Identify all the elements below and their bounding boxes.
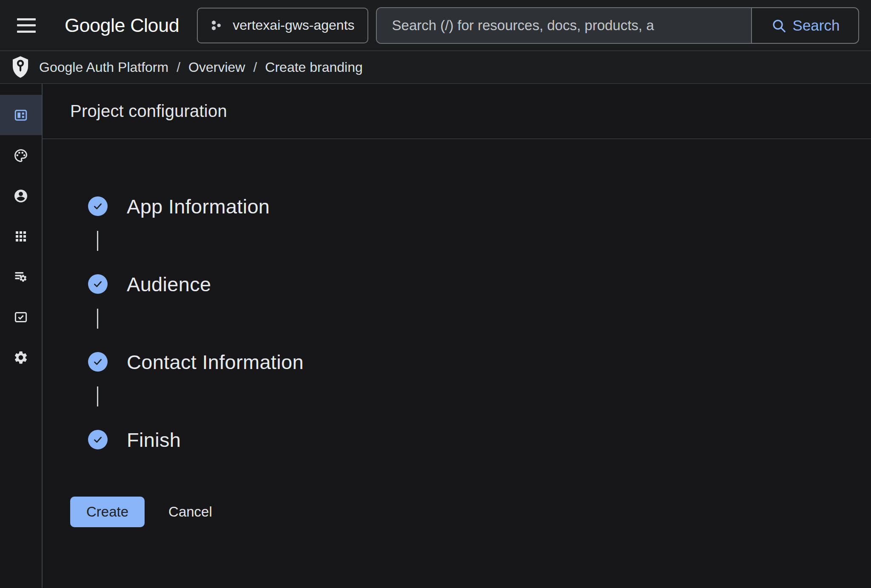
sidebar-item-audience[interactable] bbox=[0, 176, 42, 216]
breadcrumb-item-google-auth-platform[interactable]: Google Auth Platform bbox=[39, 60, 168, 75]
search-input[interactable] bbox=[377, 8, 751, 43]
palette-icon bbox=[13, 148, 28, 163]
step-audience[interactable]: Audience bbox=[88, 272, 871, 296]
main-content: Project configuration App Information Au… bbox=[43, 84, 871, 588]
search-bar: Search bbox=[376, 7, 859, 44]
step-connector bbox=[97, 309, 98, 329]
google-cloud-logo: Google Cloud bbox=[65, 14, 179, 37]
hamburger-menu-button[interactable] bbox=[17, 17, 37, 34]
step-label: Audience bbox=[127, 273, 211, 296]
logo-text-google: Google bbox=[65, 14, 125, 36]
search-button-label: Search bbox=[793, 17, 840, 34]
step-complete-check-icon bbox=[88, 430, 108, 449]
sidebar-item-verification-center[interactable] bbox=[0, 297, 42, 337]
page-body: Project configuration App Information Au… bbox=[0, 84, 871, 588]
sidebar-item-settings[interactable] bbox=[0, 337, 42, 378]
cancel-button[interactable]: Cancel bbox=[168, 504, 212, 520]
apps-grid-icon bbox=[13, 229, 28, 244]
create-button[interactable]: Create bbox=[70, 497, 145, 527]
project-selector-label: vertexai-gws-agents bbox=[233, 17, 354, 33]
top-bar: Google Cloud vertexai-gws-agents Search bbox=[0, 0, 871, 51]
search-icon bbox=[771, 17, 787, 34]
stepper: App Information Audience Contact Informa… bbox=[88, 139, 871, 452]
step-complete-check-icon bbox=[88, 196, 108, 216]
breadcrumb-item-overview[interactable]: Overview bbox=[188, 60, 245, 75]
gear-icon bbox=[13, 350, 28, 365]
sidebar-item-overview[interactable] bbox=[0, 95, 42, 135]
page-title: Project configuration bbox=[70, 102, 227, 121]
title-row: Project configuration bbox=[43, 84, 871, 139]
form-actions: Create Cancel bbox=[70, 497, 871, 527]
project-selector[interactable]: vertexai-gws-agents bbox=[197, 8, 368, 43]
list-settings-icon bbox=[13, 269, 28, 284]
step-complete-check-icon bbox=[88, 274, 108, 294]
step-label: Contact Information bbox=[127, 350, 304, 374]
breadcrumb-separator: / bbox=[176, 60, 180, 75]
breadcrumb-bar: Google Auth Platform / Overview / Create… bbox=[0, 51, 871, 84]
breadcrumb-item-create-branding: Create branding bbox=[265, 60, 362, 75]
breadcrumb: Google Auth Platform / Overview / Create… bbox=[39, 60, 363, 75]
sidebar-item-data-access[interactable] bbox=[0, 256, 42, 297]
step-label: App Information bbox=[127, 195, 270, 218]
step-app-information[interactable]: App Information bbox=[88, 194, 871, 218]
step-finish[interactable]: Finish bbox=[88, 428, 871, 452]
step-connector bbox=[97, 231, 98, 251]
breadcrumb-separator: / bbox=[253, 60, 257, 75]
person-icon bbox=[13, 188, 28, 204]
sidebar-nav bbox=[0, 84, 43, 588]
sidebar-item-clients[interactable] bbox=[0, 216, 42, 256]
checkbox-check-icon bbox=[13, 310, 28, 325]
dashboard-overview-icon bbox=[13, 108, 28, 123]
step-complete-check-icon bbox=[88, 352, 108, 372]
auth-platform-shield-key-icon bbox=[12, 55, 28, 80]
search-button[interactable]: Search bbox=[751, 8, 858, 43]
sidebar-item-branding[interactable] bbox=[0, 135, 42, 176]
project-hexagons-icon bbox=[209, 18, 223, 33]
step-contact-information[interactable]: Contact Information bbox=[88, 350, 871, 374]
step-connector bbox=[97, 386, 98, 406]
logo-text-cloud: Cloud bbox=[130, 14, 179, 36]
step-label: Finish bbox=[127, 428, 181, 452]
